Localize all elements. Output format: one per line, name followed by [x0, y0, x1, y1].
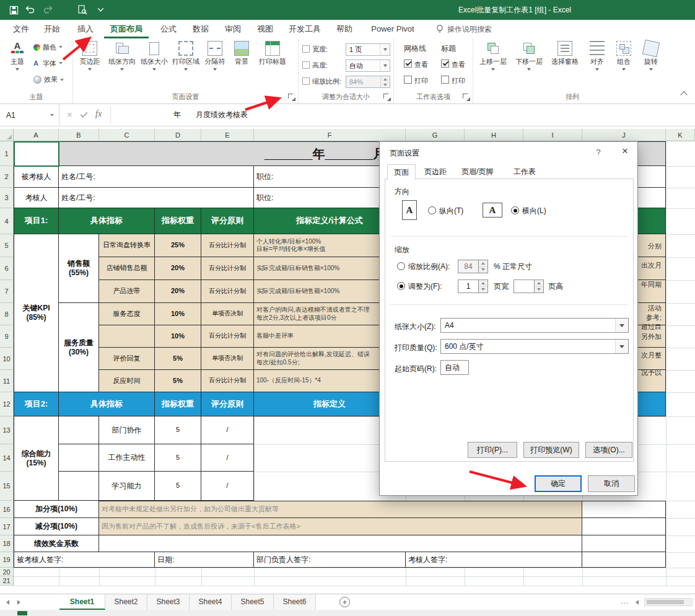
row-header[interactable]: 8 [0, 303, 14, 325]
fit-height-input[interactable] [514, 279, 535, 293]
zoom-radio[interactable] [397, 262, 405, 270]
cell-kpi-group[interactable]: 关键KPI(85%) [14, 234, 59, 392]
collapse-ribbon-icon[interactable] [680, 91, 687, 98]
width-combobox[interactable]: 1 页 [346, 43, 390, 56]
theme-fonts-button[interactable]: A 字体 [33, 59, 63, 68]
tab-overflow-icon[interactable]: … [621, 596, 629, 605]
scale-dialog-launcher[interactable] [383, 94, 391, 101]
themes-button[interactable]: A 主题 [4, 41, 31, 71]
tab-file[interactable]: 文件 [9, 20, 33, 38]
zoom-spinner[interactable] [479, 260, 488, 273]
header-weight[interactable]: 指标权重 [155, 208, 201, 234]
save-icon[interactable] [9, 5, 19, 15]
fit-label[interactable]: 调整为(F): [408, 281, 442, 292]
column-header[interactable]: D [155, 129, 201, 141]
cell-ability-weight[interactable]: 5 [155, 472, 201, 501]
header-rule[interactable]: 评分原则 [201, 208, 254, 234]
scrollbar-thumb[interactable] [647, 600, 684, 604]
cell-ability-weight[interactable]: 5 [155, 444, 201, 472]
dialog-tab-page[interactable]: 页面 [387, 164, 416, 180]
zoom-input[interactable]: 84 [458, 260, 479, 273]
fit-width-input[interactable]: 1 [458, 279, 479, 293]
header-project1[interactable]: 项目1: [14, 208, 59, 234]
cell-ability-group[interactable]: 综合能力(15%) [14, 416, 59, 501]
cell-kpi-name[interactable]: 店铺销售总额 [99, 257, 155, 280]
tab-power-pivot[interactable]: Power Pivot [365, 20, 420, 38]
headings-print-checkbox[interactable] [441, 76, 449, 84]
group-button[interactable]: 组合 [611, 41, 637, 71]
height-combobox[interactable]: 自动 [346, 59, 390, 72]
cell-name-label[interactable]: 姓名/工号: [59, 188, 254, 208]
cell-kpi-rule[interactable]: 百分比计分制 [201, 257, 254, 280]
orientation-button[interactable]: 纸张方向 [107, 41, 138, 71]
cell-sign-assessor[interactable]: 考核人签字: [406, 552, 582, 568]
sheet-tab-sheet4[interactable]: Sheet4 [190, 594, 232, 610]
margins-button[interactable]: 页边距 [74, 41, 105, 71]
print-quality-dropdown-icon[interactable] [615, 340, 628, 353]
tab-insert[interactable]: 插入 [73, 20, 98, 38]
cell-ability-rule[interactable]: / [201, 472, 254, 501]
selection-pane-button[interactable]: 选择窗格 [548, 41, 582, 66]
dialog-help-button[interactable]: ? [593, 147, 604, 158]
page-setup-dialog-launcher[interactable] [288, 94, 295, 101]
print-preview-button[interactable]: 打印预览(W) [523, 442, 579, 458]
cell-penalty-text[interactable]: 因为售前对产品的不了解，造成售后投诉，来源于<售后工作表格> [99, 518, 582, 535]
tab-help[interactable]: 帮助 [332, 20, 357, 38]
select-all-corner[interactable] [0, 129, 14, 141]
cell-name-label[interactable]: 姓名/工号: [59, 166, 254, 188]
row-header[interactable]: 14 [0, 444, 14, 472]
portrait-radio[interactable] [428, 206, 436, 214]
column-header[interactable]: K [666, 129, 695, 141]
tab-developer[interactable]: 开发工具 [285, 20, 325, 38]
dialog-tab-header-footer[interactable]: 页眉/页脚 [455, 165, 499, 178]
cell-blank[interactable] [582, 535, 666, 552]
row-header[interactable]: 12 [0, 392, 14, 416]
row-header[interactable]: 11 [0, 370, 14, 392]
header-indicator[interactable]: 具体指标 [59, 208, 155, 234]
cell-ability-name[interactable]: 部门协作 [99, 416, 155, 444]
first-page-input[interactable]: 自动 [440, 360, 469, 375]
cell-ability-name[interactable]: 工作主动性 [99, 444, 155, 472]
cell-kpi-rule[interactable]: 百分比计分制 [201, 280, 254, 303]
paper-size-dropdown-icon[interactable] [615, 319, 628, 332]
redo-icon[interactable] [42, 5, 53, 15]
sheet-options-dialog-launcher[interactable] [463, 94, 470, 101]
cancel-button[interactable]: 取消 [588, 475, 635, 492]
landscape-radio[interactable] [511, 206, 519, 214]
cell-kpi-name[interactable] [99, 325, 155, 348]
print-area-button[interactable]: 打印区域 [170, 41, 201, 71]
tab-home[interactable]: 开始 [40, 20, 64, 38]
hscroll-left-icon[interactable] [636, 600, 639, 605]
row-header[interactable]: 16 [0, 501, 14, 518]
cell-kpi-weight[interactable]: 20% [155, 280, 201, 303]
cell-kpi-weight[interactable]: 10% [155, 325, 201, 348]
quick-access-more-icon[interactable] [97, 5, 104, 15]
name-box[interactable]: A1 [0, 104, 59, 126]
row-header[interactable]: 7 [0, 280, 14, 303]
cell-sign-date[interactable]: 日期: [155, 552, 254, 568]
tab-review[interactable]: 审阅 [221, 20, 245, 38]
background-button[interactable]: 背景 [229, 41, 255, 66]
fit-height-spinner[interactable] [535, 279, 544, 293]
cell-kpi-weight[interactable]: 5% [155, 370, 201, 392]
fit-radio[interactable] [397, 282, 405, 290]
dialog-tab-sheet[interactable]: 工作表 [507, 165, 542, 178]
breaks-button[interactable]: 分隔符 [201, 41, 229, 71]
scale-stepper[interactable]: 84% [346, 76, 390, 88]
row-header[interactable]: 21 [0, 576, 14, 586]
rotate-button[interactable]: 旋转 [637, 41, 665, 71]
row-header[interactable]: 10 [0, 348, 14, 370]
headings-view-checkbox[interactable] [441, 59, 449, 68]
cell-ability-name[interactable]: 学习能力 [99, 472, 155, 501]
dialog-close-button[interactable]: × [616, 143, 634, 159]
cell-assessor-label[interactable]: 考核人 [14, 188, 59, 208]
dialog-tab-margins[interactable]: 页边距 [418, 165, 453, 178]
enter-icon[interactable] [80, 110, 87, 118]
header-indicator2[interactable]: 具体指标 [59, 392, 155, 416]
sheet-nav-left-icon[interactable] [6, 600, 9, 605]
cell-kpi-rule[interactable]: 百分比计分制 [201, 234, 254, 257]
bring-forward-button[interactable]: 上移一层 [476, 41, 510, 71]
sheet-tab-sheet2[interactable]: Sheet2 [105, 594, 147, 610]
cell-blank[interactable] [59, 472, 99, 501]
options-button[interactable]: 选项(O)... [585, 442, 632, 458]
